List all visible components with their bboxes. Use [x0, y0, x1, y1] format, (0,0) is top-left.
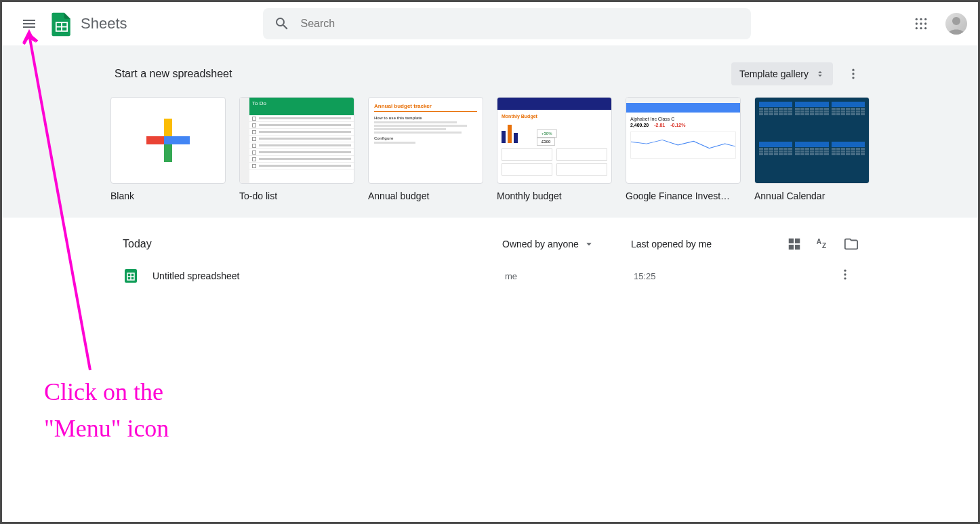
templates-section-title: Start a new spreadsheet [115, 68, 232, 80]
hamburger-icon [21, 16, 37, 32]
svg-point-13 [852, 69, 854, 71]
svg-point-15 [852, 77, 854, 79]
files-section: Today Owned by anyone Last opened by me … [117, 228, 863, 292]
grid-view-button[interactable] [787, 237, 802, 251]
svg-point-5 [924, 18, 926, 20]
sheets-file-icon [123, 268, 139, 284]
svg-point-8 [924, 22, 926, 24]
svg-point-10 [920, 27, 922, 29]
template-blank[interactable]: Blank [110, 97, 226, 201]
google-apps-button[interactable] [907, 10, 935, 37]
more-vert-icon [846, 67, 860, 81]
template-gallery-button[interactable]: Template gallery [731, 62, 833, 85]
templates-header: Start a new spreadsheet Template gallery [110, 56, 870, 97]
svg-point-14 [852, 73, 854, 75]
folder-icon [844, 237, 859, 251]
svg-rect-19 [171, 136, 190, 144]
file-more-button[interactable] [838, 268, 857, 284]
apps-grid-icon [914, 17, 928, 31]
search-input[interactable] [301, 18, 740, 30]
unfold-icon [815, 68, 825, 80]
more-vert-icon [838, 268, 852, 281]
sort-az-icon: AZ [815, 237, 830, 251]
template-gallery-label: Template gallery [739, 68, 809, 79]
template-annual-calendar[interactable]: Annual Calendar [754, 97, 870, 201]
sort-by-label[interactable]: Last opened by me [631, 239, 787, 249]
grid-icon [787, 237, 802, 251]
app-title: Sheets [81, 15, 127, 33]
templates-more-button[interactable] [841, 62, 865, 86]
template-annual-budget[interactable]: Annual budget tracker How to use this te… [368, 97, 483, 201]
annotation-text: Click on the "Menu" icon [44, 374, 169, 447]
search-bar[interactable] [263, 8, 751, 39]
file-time: 15:25 [634, 271, 790, 281]
dropdown-icon [583, 238, 595, 250]
svg-point-27 [844, 270, 846, 272]
templates-row: Blank To Do [110, 97, 870, 201]
svg-point-4 [920, 18, 922, 20]
svg-rect-16 [164, 119, 172, 138]
template-google-finance[interactable]: Alphabet Inc Class C 2,409.20 -2.81 -0.1… [626, 97, 741, 201]
svg-text:A: A [817, 238, 822, 245]
sort-az-button[interactable]: AZ [815, 237, 830, 251]
files-header: Today Owned by anyone Last opened by me … [117, 228, 863, 260]
file-name: Untitled spreadsheet [152, 270, 505, 281]
template-todo-list[interactable]: To Do To-do list [239, 97, 354, 201]
svg-text:Z: Z [822, 242, 826, 249]
template-label: Annual budget [368, 190, 483, 201]
header-right [907, 10, 967, 37]
svg-rect-17 [164, 143, 172, 162]
plus-icon [141, 113, 195, 167]
svg-point-7 [920, 22, 922, 24]
open-file-picker-button[interactable] [844, 237, 859, 251]
svg-point-3 [916, 18, 918, 20]
header: Sheets [2, 2, 978, 45]
main-menu-button[interactable] [13, 7, 45, 40]
svg-point-11 [924, 27, 926, 29]
template-label: To-do list [239, 190, 354, 201]
template-label: Monthly budget [497, 190, 612, 201]
logo-area: Sheets [48, 10, 127, 37]
templates-section: Start a new spreadsheet Template gallery [2, 45, 978, 218]
svg-point-6 [916, 22, 918, 24]
owner-filter-label: Owned by anyone [502, 239, 579, 249]
file-row[interactable]: Untitled spreadsheet me 15:25 [117, 260, 863, 292]
template-monthly-budget[interactable]: Monthly Budget +30% £300 [497, 97, 612, 201]
template-label: Annual Calendar [754, 190, 870, 201]
account-avatar[interactable] [945, 13, 967, 35]
svg-point-28 [844, 273, 846, 275]
svg-point-12 [952, 17, 960, 25]
owner-filter-dropdown[interactable]: Owned by anyone [502, 238, 631, 250]
sheets-logo-icon [48, 10, 75, 37]
svg-rect-18 [146, 136, 165, 144]
file-owner: me [505, 271, 634, 281]
svg-point-29 [844, 277, 846, 279]
search-icon [274, 16, 290, 32]
template-label: Google Finance Invest… [626, 190, 741, 201]
files-section-title: Today [123, 238, 502, 250]
avatar-icon [945, 13, 967, 35]
template-label: Blank [110, 190, 226, 201]
svg-rect-20 [164, 136, 172, 144]
svg-point-9 [916, 27, 918, 29]
